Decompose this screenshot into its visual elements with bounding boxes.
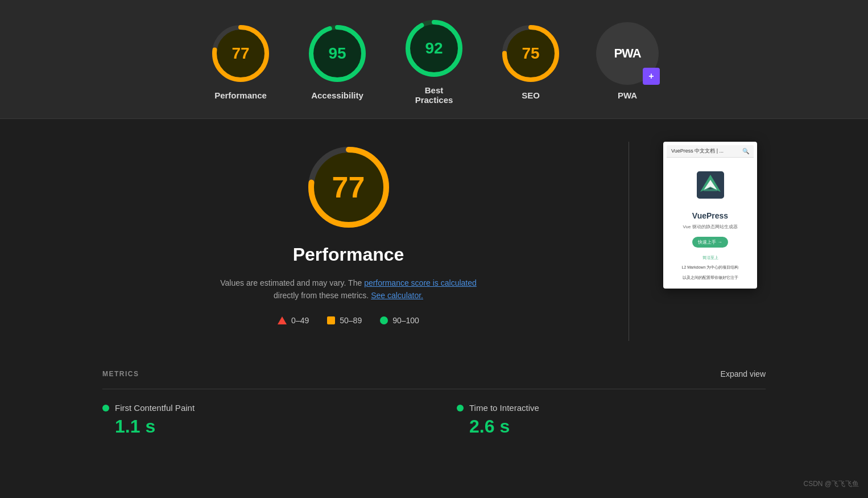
score-circle-seo: 75 — [499, 22, 562, 85]
score-circle-accessibility: 95 — [306, 22, 369, 85]
vue-logo-icon — [693, 168, 728, 202]
svg-rect-13 — [704, 189, 717, 191]
legend-item-low: 0–49 — [278, 316, 309, 325]
vuepress-logo-container: VuePress Vue 驱动的静态网站生成器 快速上手 → 简洁至上 L2 M… — [671, 162, 749, 281]
metric-tti-value: 2.6 s — [457, 416, 766, 437]
performance-title: Performance — [293, 244, 404, 265]
metric-tti-dot — [457, 405, 464, 411]
calculator-link[interactable]: See calculator. — [371, 291, 423, 300]
desc-text-middle: directly from these metrics. — [274, 291, 371, 300]
legend-item-mid: 50–89 — [327, 316, 362, 325]
legend-range-mid: 50–89 — [340, 316, 362, 325]
performance-description: Values are estimated and may vary. The p… — [212, 277, 485, 302]
metric-fcp-value: 1.1 s — [102, 416, 411, 437]
vertical-divider — [629, 142, 629, 341]
legend-circle-icon — [380, 316, 388, 324]
pwa-icon-text: PWA — [614, 46, 640, 61]
vuepress-link1: 简洁至上 — [702, 254, 718, 261]
legend-triangle-icon — [278, 316, 287, 324]
large-score-value: 77 — [332, 170, 365, 204]
screenshot-body: VuePress Vue 驱动的静态网站生成器 快速上手 → 简洁至上 L2 M… — [667, 158, 754, 285]
metric-tti-name-row: Time to Interactive — [457, 403, 766, 413]
legend-range-high: 90–100 — [392, 316, 419, 325]
score-value-accessibility: 95 — [328, 44, 346, 63]
vuepress-link3: 以及之间的配置帮你做好它注于 — [683, 274, 738, 281]
screenshot-header: VuePress 中文文档 | ... 🔍 — [667, 145, 754, 158]
metrics-divider — [102, 389, 766, 389]
metric-item-tti: Time to Interactive 2.6 s — [457, 403, 766, 437]
vuepress-app-subtitle: Vue 驱动的静态网站生成器 — [683, 224, 737, 230]
legend-square-icon — [327, 316, 335, 324]
score-circle-best-practices: 92 — [403, 17, 465, 80]
metric-tti-name: Time to Interactive — [469, 403, 539, 413]
screenshot-frame: VuePress 中文文档 | ... 🔍 VuePress Vue 驱动的静态… — [663, 142, 757, 289]
large-score-circle: 77 — [303, 142, 394, 233]
score-label-best-practices: BestPractices — [415, 85, 453, 105]
vuepress-app-title: VuePress — [692, 211, 728, 220]
metric-fcp-name: First Contentful Paint — [115, 403, 195, 413]
vuepress-link2: L2 Markdown 为中心的项目结构 — [682, 264, 739, 270]
score-label-seo: SEO — [522, 90, 540, 100]
expand-view-button[interactable]: Expand view — [721, 369, 766, 378]
score-item-performance[interactable]: 77 Performance — [209, 22, 272, 100]
perf-score-link[interactable]: performance score is calculated — [364, 278, 477, 287]
metrics-section-label: METRICS — [102, 370, 139, 378]
metrics-header: METRICS Expand view — [102, 364, 766, 384]
vuepress-get-started-button[interactable]: 快速上手 → — [692, 237, 728, 248]
legend-item-high: 90–100 — [380, 316, 419, 325]
metric-fcp-name-row: First Contentful Paint — [102, 403, 411, 413]
right-panel: VuePress 中文文档 | ... 🔍 VuePress Vue 驱动的静态… — [663, 142, 766, 289]
screenshot-search-icon: 🔍 — [742, 148, 749, 154]
score-value-performance: 77 — [232, 44, 249, 63]
score-label-accessibility: Accessibility — [311, 90, 363, 100]
metric-fcp-dot — [102, 405, 109, 411]
score-item-accessibility[interactable]: 95 Accessibility — [306, 22, 369, 100]
screenshot-header-text: VuePress 中文文档 | ... — [671, 147, 724, 155]
pwa-circle: PWA + — [596, 22, 659, 85]
scores-bar: 77 Performance 95 Accessibility 92 BestP… — [0, 0, 868, 119]
main-content: 77 Performance Values are estimated and … — [0, 119, 868, 364]
score-item-pwa[interactable]: PWA + PWA — [596, 22, 659, 100]
desc-text-before: Values are estimated and may vary. The — [220, 278, 364, 287]
score-circle-performance: 77 — [209, 22, 272, 85]
left-panel: 77 Performance Values are estimated and … — [102, 142, 594, 325]
score-label-pwa: PWA — [618, 90, 637, 100]
score-item-seo[interactable]: 75 SEO — [499, 22, 562, 100]
score-item-best-practices[interactable]: 92 BestPractices — [403, 17, 465, 105]
legend-range-low: 0–49 — [291, 316, 309, 325]
pwa-tag-icon: + — [643, 68, 660, 85]
score-value-best-practices: 92 — [425, 39, 443, 57]
score-value-seo: 75 — [522, 44, 539, 63]
metrics-section: METRICS Expand view First Contentful Pai… — [0, 364, 868, 460]
score-legend: 0–49 50–89 90–100 — [278, 316, 419, 325]
metric-item-fcp: First Contentful Paint 1.1 s — [102, 403, 411, 437]
metrics-grid: First Contentful Paint 1.1 s Time to Int… — [102, 403, 766, 437]
score-label-performance: Performance — [214, 90, 267, 100]
watermark: CSDN @飞飞飞鱼 — [803, 479, 859, 489]
